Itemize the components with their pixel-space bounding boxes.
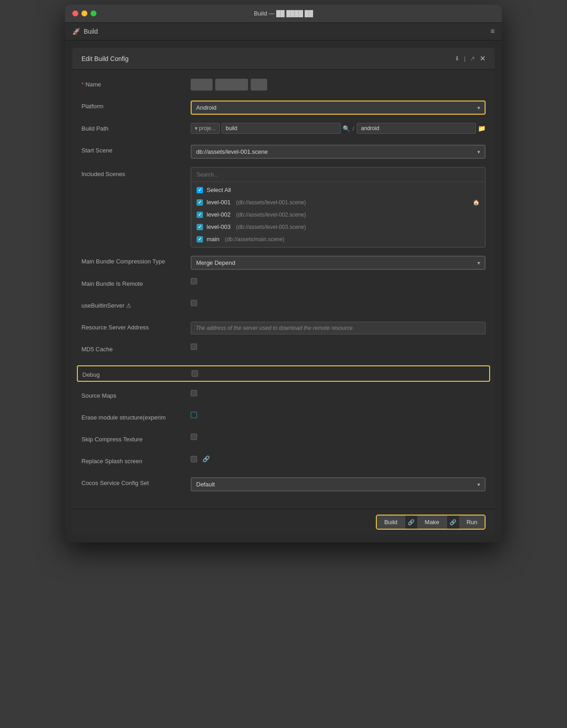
start-scene-control: db://assets/level-001.scene ▾ (191, 145, 486, 159)
scene-item-level-001[interactable]: ✓ level-001 (db://assets/level-001.scene… (191, 196, 485, 208)
cocos-service-select[interactable]: Default ▾ (191, 477, 486, 491)
source-maps-checkbox[interactable] (191, 390, 197, 396)
cocos-service-control: Default ▾ (191, 477, 486, 491)
main-bundle-remote-row: Main Bundle Is Remote (81, 278, 486, 292)
debug-checkbox[interactable] (192, 370, 198, 377)
scenes-container: ✓ Select All ✓ level-001 (db://assets/ (191, 167, 486, 248)
debug-control (192, 370, 485, 377)
resource-server-input[interactable]: The address of the server used to downlo… (191, 322, 486, 334)
erase-module-row: Erase module structure(experim (81, 412, 486, 425)
build-path-label: Build Path (81, 123, 191, 132)
menu-icon[interactable]: ≡ (491, 27, 495, 35)
skip-compress-label: Skip Compress Texture (81, 434, 191, 443)
included-scenes-row: Included Scenes ✓ Select All (81, 167, 486, 248)
start-scene-select[interactable]: db://assets/level-001.scene ▾ (191, 145, 486, 159)
name-input-area (191, 79, 486, 91)
cocos-service-row: Cocos Service Config Set Default ▾ (81, 477, 486, 491)
export-icon[interactable]: ↗ (470, 55, 475, 62)
build-link-icon: 🔗 (405, 519, 417, 526)
select-all-checkbox[interactable]: ✓ (197, 187, 203, 193)
start-scene-row: Start Scene db://assets/level-001.scene … (81, 145, 486, 159)
scenes-list: ✓ Select All ✓ level-001 (db://assets/ (191, 182, 485, 247)
build-path-row: Build Path ▾ proje... build 🔍 / android … (81, 123, 486, 136)
close-icon[interactable]: ✕ (480, 54, 486, 63)
build-folder-input[interactable]: build (222, 123, 341, 134)
main-bundle-compression-value: Merge Depend (196, 259, 235, 266)
use-builtin-server-checkbox[interactable] (191, 300, 197, 306)
scene-name-level-001: level-001 (207, 199, 231, 206)
edit-build-config-panel: Edit Build Config ⬇ | ↗ ✕ * Name (72, 48, 495, 535)
start-scene-chevron-icon: ▾ (477, 149, 480, 155)
cocos-service-value: Default (196, 481, 215, 488)
build-path-prefix[interactable]: ▾ proje... (191, 123, 220, 134)
debug-label: Debug (82, 369, 192, 378)
compression-chevron-icon: ▾ (477, 260, 480, 266)
resource-server-control: The address of the server used to downlo… (191, 322, 486, 334)
name-block-3 (251, 79, 267, 91)
scene-name-main: main (207, 236, 219, 243)
search-icon[interactable]: 🔍 (343, 125, 350, 132)
md5-cache-row: MD5 Cache (81, 344, 486, 357)
debug-row: Debug (77, 365, 490, 382)
external-link-icon[interactable]: 🔗 (202, 455, 210, 462)
included-scenes-control: ✓ Select All ✓ level-001 (db://assets/ (191, 167, 486, 248)
window-title: Build — ██ ████ ██ (254, 10, 313, 17)
maximize-traffic-light[interactable] (91, 10, 96, 16)
main-bundle-remote-checkbox[interactable] (191, 278, 197, 284)
included-scenes-label: Included Scenes (81, 167, 191, 177)
scene-item-level-002[interactable]: ✓ level-002 (db://assets/level-002.scene… (191, 208, 485, 221)
cocos-service-label: Cocos Service Config Set (81, 477, 191, 486)
scene-path-level-002: (db://assets/level-002.scene) (236, 212, 306, 218)
panel-header-actions: ⬇ | ↗ ✕ (455, 54, 486, 63)
build-path-prefix-text: ▾ proje... (195, 125, 216, 131)
platform-chevron-icon: ▾ (477, 105, 480, 111)
scene-checkbox-level-002[interactable]: ✓ (197, 212, 203, 218)
scene-checkbox-level-001[interactable]: ✓ (197, 199, 203, 206)
md5-cache-control (191, 344, 486, 350)
scene-item-main[interactable]: ✓ main (db://assets/main.scene) (191, 233, 485, 245)
scene-checkbox-level-003[interactable]: ✓ (197, 224, 203, 230)
name-block-2 (215, 79, 248, 91)
source-maps-label: Source Maps (81, 390, 191, 399)
platform-select[interactable]: Android ▾ (191, 101, 486, 115)
erase-module-checkbox[interactable] (191, 412, 197, 418)
minimize-traffic-light[interactable] (81, 10, 87, 16)
save-icon[interactable]: ⬇ (455, 55, 460, 62)
scene-path-main: (db://assets/main.scene) (225, 236, 284, 243)
path-separator: / (352, 125, 355, 132)
header-divider: | (464, 55, 466, 62)
main-bundle-remote-label: Main Bundle Is Remote (81, 278, 191, 287)
resource-server-row: Resource Server Address The address of t… (81, 322, 486, 335)
main-bundle-compression-select[interactable]: Merge Depend ▾ (191, 256, 486, 270)
md5-cache-checkbox[interactable] (191, 344, 197, 350)
select-all-item[interactable]: ✓ Select All (191, 184, 485, 196)
md5-cache-label: MD5 Cache (81, 344, 191, 353)
replace-splash-row: Replace Splash screen 🔗 (81, 455, 486, 469)
replace-splash-checkbox[interactable] (191, 456, 197, 462)
panel-title: Edit Build Config (81, 55, 129, 62)
make-button[interactable]: Make (417, 516, 447, 529)
select-all-label: Select All (207, 187, 231, 193)
close-traffic-light[interactable] (72, 10, 78, 16)
scene-name-level-002: level-002 (207, 211, 231, 218)
use-builtin-server-row: useBuiltinServer ⚠ (81, 300, 486, 313)
name-row: * Name (81, 79, 486, 92)
scene-checkbox-main[interactable]: ✓ (197, 236, 203, 243)
scene-item-level-003[interactable]: ✓ level-003 (db://assets/level-003.scene… (191, 221, 485, 233)
scenes-search (191, 167, 485, 182)
skip-compress-row: Skip Compress Texture (81, 434, 486, 447)
android-folder-input[interactable]: android (357, 123, 476, 134)
build-btn-group: Build 🔗 Make 🔗 Run (376, 515, 486, 530)
panel-content: * Name Platform Android ▾ (72, 70, 495, 509)
run-button[interactable]: Run (459, 516, 485, 529)
scene-name-level-003: level-003 (207, 223, 231, 230)
app-icon: 🚀 (72, 28, 80, 35)
home-icon-level-001: 🏠 (473, 199, 480, 206)
app-bar-left: 🚀 Build (72, 28, 98, 35)
folder-icon[interactable]: 📁 (478, 125, 486, 132)
skip-compress-checkbox[interactable] (191, 434, 197, 440)
resource-server-label: Resource Server Address (81, 322, 191, 331)
scenes-search-input[interactable] (197, 172, 480, 178)
start-scene-value: db://assets/level-001.scene (196, 148, 268, 155)
build-button[interactable]: Build (377, 516, 405, 529)
